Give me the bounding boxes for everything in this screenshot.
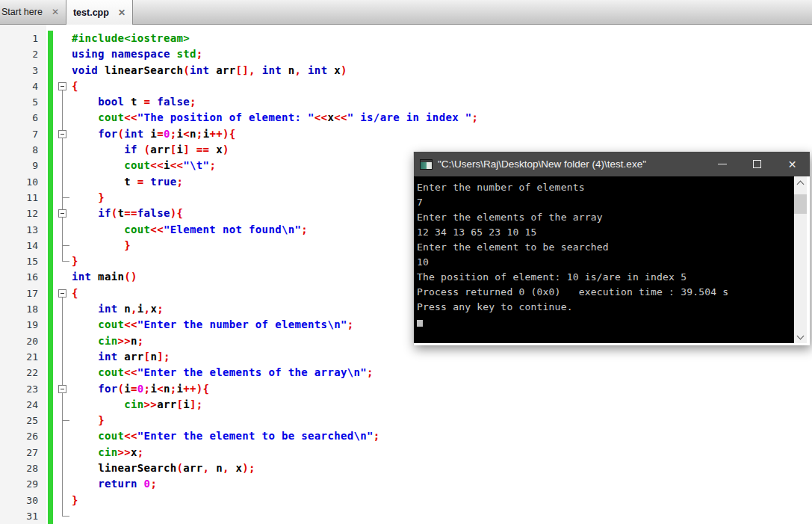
console-cursor: [417, 320, 423, 327]
tab-start-here[interactable]: Start here ✕: [0, 0, 66, 24]
change-bar-gap: [46, 31, 54, 46]
code-line: 24 cin>>arr[i];: [0, 397, 812, 413]
code-text: int n,i,x;: [72, 301, 164, 317]
fold-margin-cell: [54, 508, 72, 524]
code-line: 5 bool t = false;: [0, 94, 812, 110]
change-bar-gap: [46, 286, 54, 301]
change-bar-gap: [46, 397, 54, 413]
line-number: 8: [0, 142, 46, 158]
minimize-button[interactable]: [704, 152, 740, 176]
fold-margin-cell: [54, 365, 72, 380]
code-text: }: [72, 190, 105, 206]
fold-margin-cell: [54, 253, 72, 269]
fold-margin-cell: [54, 158, 72, 173]
fold-margin-cell: [54, 238, 72, 253]
fold-toggle[interactable]: [54, 381, 72, 397]
line-number: 4: [0, 78, 46, 94]
close-icon[interactable]: ✕: [118, 8, 125, 17]
code-line: 23 for(i=0;i<n;i++){: [0, 381, 812, 397]
fold-toggle[interactable]: [54, 206, 72, 221]
code-text: #include<iostream>: [72, 31, 190, 46]
change-bar-gap: [46, 174, 54, 190]
line-number: 21: [0, 349, 46, 365]
fold-margin-cell: [54, 31, 72, 46]
change-bar-gap: [46, 301, 54, 317]
change-bar-gap: [46, 253, 54, 269]
change-bar-gap: [46, 46, 54, 62]
code-text: for(i=0;i<n;i++){: [72, 381, 209, 397]
console-line: The position of element: 10 is/are in in…: [417, 270, 794, 285]
change-bar-gap: [46, 269, 54, 285]
scroll-up-icon[interactable]: [794, 176, 807, 189]
fold-margin-cell: [54, 269, 72, 285]
line-number: 19: [0, 317, 46, 333]
fold-toggle[interactable]: [54, 126, 72, 142]
code-text: if(t==false){: [72, 206, 183, 221]
code-line: 29 return 0;: [0, 476, 812, 492]
change-bar-gap: [46, 445, 54, 460]
console-line: Press any key to continue.: [417, 300, 794, 315]
code-line: 21 int arr[n];: [0, 349, 812, 365]
code-text: cout<<"Element not found\n";: [72, 222, 308, 238]
line-number: 20: [0, 333, 46, 349]
line-number: 18: [0, 301, 46, 317]
fold-margin-cell: [54, 460, 72, 476]
line-number: 9: [0, 158, 46, 173]
change-bar-gap: [46, 349, 54, 365]
line-number: 26: [0, 428, 46, 444]
fold-toggle[interactable]: [54, 78, 72, 94]
fold-margin-cell: [54, 397, 72, 413]
code-text: return 0;: [72, 476, 157, 492]
maximize-button[interactable]: [740, 152, 775, 176]
console-scrollbar[interactable]: [794, 176, 807, 343]
line-number: 22: [0, 365, 46, 380]
maximize-icon: [753, 160, 761, 168]
scroll-down-icon[interactable]: [794, 330, 807, 343]
change-bar-gap: [46, 222, 54, 238]
line-number: 30: [0, 493, 46, 508]
close-icon[interactable]: ✕: [52, 7, 59, 16]
close-button[interactable]: ✕: [775, 152, 810, 176]
scrollbar-thumb[interactable]: [794, 194, 807, 214]
code-text: int arr[n];: [72, 349, 170, 365]
change-bar-gap: [46, 381, 54, 397]
line-number: 7: [0, 126, 46, 142]
console-title-bar[interactable]: "C:\Users\Raj\Desktop\New folder (4)\tes…: [414, 152, 810, 176]
line-number: 1: [0, 31, 46, 46]
console-line: Process returned 0 (0x0) execution time …: [417, 285, 794, 300]
fold-margin-cell: [54, 222, 72, 238]
code-line: 3void linearSearch(int arr[], int n, int…: [0, 63, 812, 78]
line-number: 28: [0, 460, 46, 476]
code-line: 31: [0, 508, 812, 524]
change-bar-gap: [46, 365, 54, 380]
change-bar-gap: [46, 493, 54, 508]
line-number: 6: [0, 110, 46, 126]
code-line: 27 cin>>x;: [0, 445, 812, 460]
console-title: "C:\Users\Raj\Desktop\New folder (4)\tes…: [438, 158, 704, 170]
line-number: 23: [0, 381, 46, 397]
console-output[interactable]: Enter the number of elements7Enter the e…: [414, 176, 794, 343]
fold-margin-cell: [54, 301, 72, 317]
fold-margin-cell: [54, 174, 72, 190]
fold-margin-cell: [54, 94, 72, 110]
tab-test-cpp[interactable]: test.cpp ✕: [66, 0, 133, 25]
fold-margin-cell: [54, 349, 72, 365]
code-text: linearSearch(arr, n, x);: [72, 460, 255, 476]
line-number: 14: [0, 238, 46, 253]
fold-margin-cell: [54, 428, 72, 444]
code-text: t = true;: [72, 174, 183, 190]
code-text: cout<<"Enter the element to be searched\…: [72, 428, 380, 444]
fold-toggle[interactable]: [54, 286, 72, 301]
code-text: }: [72, 493, 78, 508]
change-bar-gap: [46, 190, 54, 206]
code-text: cout<<"Enter the number of elements\n";: [72, 317, 354, 333]
fold-margin-cell: [54, 110, 72, 126]
console-line: Enter the number of elements: [417, 180, 794, 195]
line-number: 12: [0, 206, 46, 221]
code-text: void linearSearch(int arr[], int n, int …: [72, 63, 347, 78]
line-number: 15: [0, 253, 46, 269]
line-number: 11: [0, 190, 46, 206]
code-text: {: [72, 286, 78, 301]
code-text: {: [72, 78, 78, 94]
change-bar-gap: [46, 428, 54, 444]
